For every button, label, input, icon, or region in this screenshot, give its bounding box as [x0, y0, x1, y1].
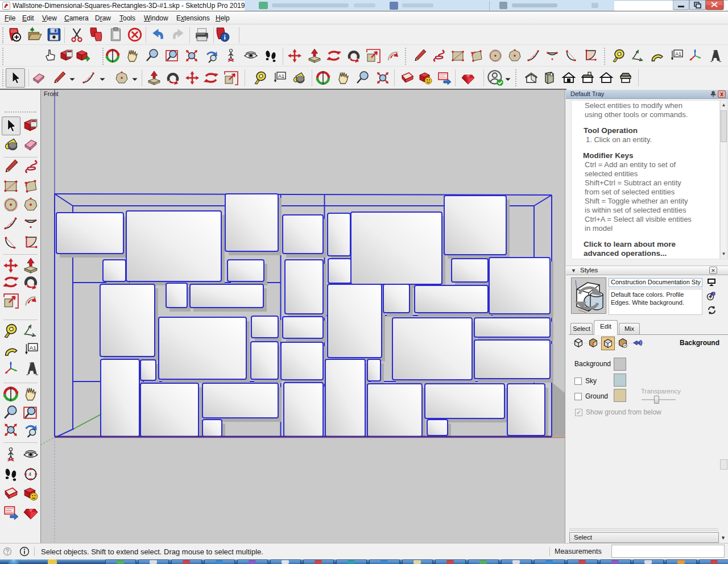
- svg-text:Front: Front: [44, 90, 59, 97]
